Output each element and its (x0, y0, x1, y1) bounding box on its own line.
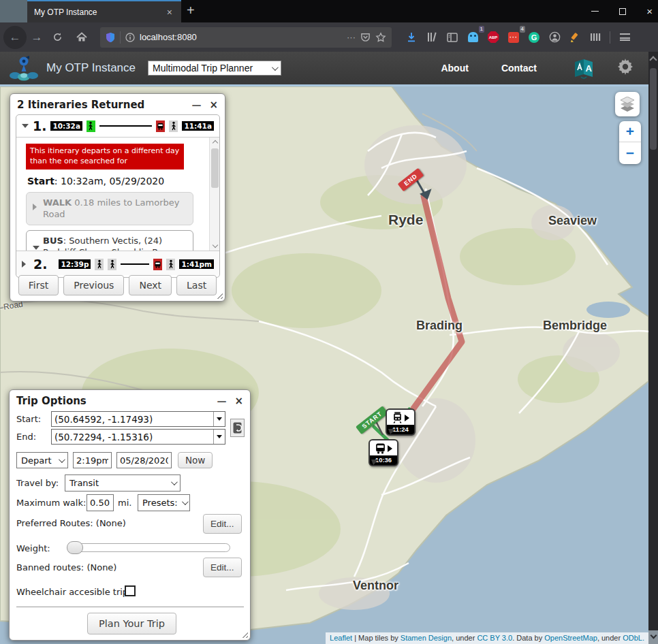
first-button[interactable]: First (18, 275, 59, 295)
svg-text:A: A (586, 63, 593, 74)
collapse-triangle-icon[interactable] (33, 246, 40, 251)
zoom-out-button[interactable]: − (619, 142, 641, 163)
banned-routes-edit-button[interactable]: Edit... (203, 558, 242, 577)
close-icon[interactable]: × (209, 99, 218, 111)
banned-routes-label: Banned routes: (None) (16, 562, 116, 573)
bus-leg-box[interactable]: BUS: Southern Vectis, (24) Redcliff Clos… (26, 230, 193, 251)
plan-your-trip-button[interactable]: Plan Your Trip (87, 613, 176, 634)
preferred-routes-edit-button[interactable]: Edit... (203, 514, 242, 534)
itinerary-2-arrive-time: 1:41pm (179, 259, 214, 269)
reload-icon (52, 32, 63, 42)
swap-locations-button[interactable] (230, 419, 245, 437)
downloads-button[interactable] (401, 27, 422, 48)
scrollbar-thumb[interactable] (650, 68, 657, 150)
walk-leg-label: WALK (43, 197, 72, 208)
privacy-fence-extension-button[interactable] (585, 27, 606, 48)
odbl-link[interactable]: ODbL. (623, 634, 644, 642)
chevron-down-icon (272, 64, 279, 71)
extension-reddots-button[interactable]: ··· 4 (503, 27, 524, 48)
itinerary-1-row[interactable]: 1. 10:32a 11:41a (16, 115, 219, 137)
leaflet-link[interactable]: Leaflet (330, 634, 352, 642)
scrollbar-thumb[interactable] (211, 148, 219, 188)
url-bar[interactable]: localhost:8080 ··· (100, 27, 392, 48)
scroll-down-button[interactable] (648, 630, 658, 644)
bus-stop-marker[interactable]: 10:36 (369, 439, 398, 466)
reload-button[interactable] (47, 27, 67, 48)
scroll-up-icon[interactable] (649, 56, 657, 63)
forward-button[interactable]: → (27, 31, 47, 44)
walk-leg-box[interactable]: WALK 0.18 miles to Lamorbey Road (26, 192, 193, 226)
depart-arrive-select[interactable]: Depart (16, 452, 68, 468)
ccby-link[interactable]: CC BY 3.0 (477, 634, 512, 642)
start-location-input[interactable] (52, 412, 213, 426)
detail-scrollbar[interactable] (209, 138, 219, 251)
layers-control[interactable] (615, 92, 640, 116)
end-location-input[interactable] (52, 430, 213, 444)
wheelchair-checkbox[interactable] (125, 585, 136, 596)
presets-value: Presets: (142, 498, 178, 508)
pocket-icon[interactable] (360, 32, 371, 42)
planner-select[interactable]: Multimodal Trip Planner (148, 61, 281, 76)
library-button[interactable] (422, 27, 442, 48)
bookmark-star-icon[interactable] (375, 32, 386, 42)
tab-close-icon[interactable]: × (165, 7, 174, 18)
scroll-down-icon[interactable] (212, 242, 217, 248)
zoom-in-button[interactable]: + (619, 121, 641, 142)
settings-button[interactable] (614, 56, 636, 80)
minimize-icon[interactable]: — (191, 99, 201, 110)
zoom-control: + − (619, 121, 641, 164)
home-button[interactable] (72, 27, 92, 48)
travel-by-label: Travel by: (16, 478, 59, 488)
presets-select[interactable]: Presets: (138, 494, 190, 511)
nav-contact[interactable]: Contact (501, 63, 537, 74)
close-icon[interactable]: × (234, 395, 243, 407)
grammarly-button[interactable]: G (524, 27, 544, 48)
start-label: Start: (16, 414, 41, 424)
scroll-up-icon[interactable] (212, 140, 217, 146)
window-close-icon[interactable]: × (646, 5, 653, 17)
stamen-link[interactable]: Stamen Design (401, 634, 452, 642)
previous-button[interactable]: Previous (63, 275, 124, 295)
page-actions-icon[interactable]: ··· (347, 32, 356, 42)
tracking-shield-icon[interactable] (106, 32, 115, 43)
window-minimize-icon[interactable] (591, 11, 599, 12)
browser-tab-active[interactable]: My OTP Instance × (27, 0, 181, 22)
resize-handle[interactable] (241, 631, 248, 638)
travel-by-select[interactable]: Transit (65, 474, 181, 492)
wheelchair-label: Wheelchair accesible trip: (16, 587, 131, 597)
adblock-plus-button[interactable]: ABP (483, 27, 503, 48)
menu-button[interactable] (614, 27, 635, 48)
window-maximize-icon[interactable] (619, 8, 626, 15)
browser-toolbar: ← → localhost:8080 ··· 1 ABP ··· 4 G (0, 22, 658, 52)
browser-scrollbar[interactable] (648, 52, 658, 644)
expand-triangle-icon[interactable] (33, 204, 40, 210)
end-location-combo[interactable] (51, 429, 225, 445)
sidebar-button[interactable] (442, 27, 463, 48)
nav-about[interactable]: About (441, 63, 468, 74)
osm-link[interactable]: OpenStreetMap (544, 634, 597, 642)
weight-slider-handle[interactable] (67, 541, 83, 554)
start-location-combo[interactable] (51, 411, 225, 427)
expand-triangle-icon[interactable] (22, 261, 29, 268)
weight-slider-track[interactable] (71, 543, 230, 552)
itinerary-2-row[interactable]: 2. 12:39p 1:41pm (16, 251, 219, 275)
max-walk-input[interactable] (87, 494, 114, 511)
translate-button[interactable]: A (572, 57, 595, 80)
date-input[interactable] (116, 452, 172, 468)
next-button[interactable]: Next (129, 275, 172, 295)
new-tab-button[interactable]: + (187, 3, 195, 18)
highlighter-extension-button[interactable] (565, 27, 585, 48)
back-button[interactable]: ← (3, 26, 27, 49)
url-text[interactable]: localhost:8080 (140, 32, 342, 42)
ghostery-extension-button[interactable]: 1 (463, 27, 483, 48)
start-dropdown-button[interactable] (213, 412, 225, 426)
end-dropdown-button[interactable] (213, 430, 225, 444)
minimize-icon[interactable]: — (217, 396, 226, 406)
last-button[interactable]: Last (176, 275, 217, 295)
train-stop-marker[interactable]: 11:24 (386, 408, 416, 436)
site-info-icon[interactable] (125, 33, 135, 42)
account-button[interactable] (544, 27, 565, 48)
now-button[interactable]: Now (178, 452, 213, 468)
collapse-triangle-icon[interactable] (22, 124, 29, 131)
time-input[interactable] (73, 452, 112, 468)
